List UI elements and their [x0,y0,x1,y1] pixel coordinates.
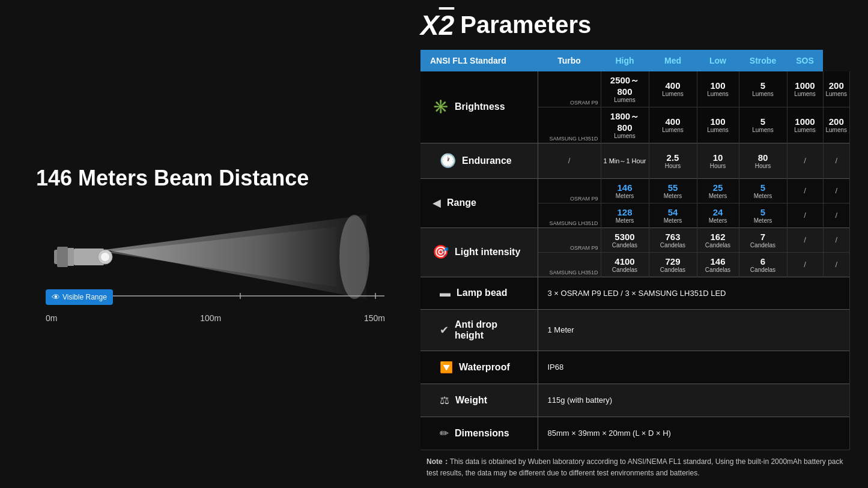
waterproof-row: 🔽 Waterproof IP68 [420,351,850,384]
svg-point-8 [339,215,369,299]
endurance-icon: 🕐 [440,153,456,169]
anti-drop-label: Anti drop height [455,319,518,341]
brightness-sub2-high: 400 Lumens [649,107,697,143]
intensity-icon-cell: 🎯 Light intensity [420,227,538,277]
range-sub1-strobe: / [787,178,823,203]
range-sub1-model: OSRAM P9 [538,178,601,203]
endurance-row: 🕐 Endurance / 1 Min～1 Hour 2.5 Hours 10 … [420,143,850,178]
range-sub2-sos: / [823,203,850,227]
brightness-sub1-sos: 200 Lumens [823,71,850,107]
dimensions-icon-cell: ✏ Dimensions [420,417,538,450]
brightness-sub2-sos: 200 Lumens [823,107,850,143]
product-x2-label: X2 [420,9,454,41]
brightness-sub1-model: OSRAM P9 [538,71,601,107]
brightness-sub2-turbo: 1800～800 Lumens [601,107,649,143]
range-label: Range [447,197,476,208]
endurance-strobe: / [787,143,823,178]
ruler-mark-0: 0m [46,313,57,323]
range-icon-cell: ◀ Range [420,178,538,227]
lamp-bead-icon-cell: ▬ Lamp bead [420,277,538,309]
beam-visual: 👁 Visible Range [36,209,384,305]
lamp-bead-icon: ▬ [440,287,451,300]
svg-rect-1 [57,247,68,267]
intensity-icon: 🎯 [432,244,449,260]
col-high: High [601,50,649,71]
brightness-row-1: ✳️ Brightness OSRAM P9 2500～800 Lumens 4… [420,71,850,107]
col-turbo: Turbo [538,50,601,71]
range-sub1-sos: / [823,178,850,203]
endurance-sos: / [823,143,850,178]
endurance-low: 10 Hours [697,143,739,178]
brightness-sub1-med: 100 Lumens [697,71,739,107]
left-panel: 146 Meters Beam Distance [0,0,408,488]
beam-distance-title: 146 Meters Beam Distance [36,165,309,191]
anti-drop-value: 1 Meter [538,309,850,351]
range-icon: ◀ [432,196,441,209]
table-header-row: ANSI FL1 Standard Turbo High Med Low Str… [420,50,850,71]
intensity-sub1-low: 7 Candelas [739,227,787,252]
intensity-sub2-med: 146 Candelas [697,252,739,277]
brightness-sub2-low: 5 Lumens [739,107,787,143]
intensity-sub2-turbo: 4100 Candelas [601,252,649,277]
range-sub2-med: 24 Meters [697,203,739,227]
range-sub1-med: 25 Meters [697,178,739,203]
eye-icon: 👁 [52,292,60,302]
ruler-labels: 0m 100m 150m [46,313,385,323]
endurance-empty: / [538,143,601,178]
brightness-icon-cell: ✳️ Brightness [420,71,538,143]
intensity-sub1-turbo: 5300 Candelas [601,227,649,252]
intensity-label: Light intensity [455,247,520,258]
intensity-sub2-strobe: / [787,252,823,277]
waterproof-icon: 🔽 [440,361,453,374]
waterproof-label: Waterproof [459,362,510,373]
col-standard: ANSI FL1 Standard [420,50,538,71]
brightness-sub1-turbo: 2500～800 Lumens [601,71,649,107]
range-sub2-high: 54 Meters [649,203,697,227]
anti-drop-icon-cell: ✔ Anti drop height [420,309,538,351]
range-sub2-low: 5 Meters [739,203,787,227]
dimensions-row: ✏ Dimensions 85mm × 39mm × 20mm (L × D ×… [420,417,850,450]
anti-drop-row: ✔ Anti drop height 1 Meter [420,309,850,351]
endurance-label: Endurance [462,155,512,166]
dimensions-value: 85mm × 39mm × 20mm (L × D × H) [538,417,850,450]
intensity-sub2-high: 729 Candelas [649,252,697,277]
endurance-med: 2.5 Hours [649,143,697,178]
endurance-icon-cell: 🕐 Endurance [420,143,538,178]
visible-range-label: Visible Range [62,293,107,301]
dimensions-label: Dimensions [455,428,509,439]
ruler-mark-100: 100m [200,313,221,323]
col-low: Low [697,50,739,71]
product-params-label: Parameters [460,11,591,38]
ruler-mark-150: 150m [364,313,385,323]
visible-range-button[interactable]: 👁 Visible Range [46,289,113,305]
brightness-sub2-model: SAMSUNG LH351D [538,107,601,143]
brightness-sub2-med: 100 Lumens [697,107,739,143]
note-bold: Note： [426,457,450,466]
weight-icon-cell: ⚖ Weight [420,384,538,417]
intensity-sub2-low: 6 Candelas [739,252,787,277]
range-sub1-low: 5 Meters [739,178,787,203]
intensity-sub1-model: OSRAM P9 [538,227,601,252]
brightness-sub1-high: 400 Lumens [649,71,697,107]
lamp-bead-label: Lamp bead [457,288,507,298]
col-strobe: Strobe [739,50,787,71]
brightness-icon: ✳️ [432,99,449,115]
product-title: X2 Parameters [420,9,850,41]
note-content: This data is obtained by Wuben laborator… [426,457,843,477]
anti-drop-icon: ✔ [440,324,449,337]
brightness-label: Brightness [455,101,505,112]
dimensions-icon: ✏ [440,427,449,440]
intensity-sub2-model: SAMSUNG LH351D [538,252,601,277]
range-sub2-strobe: / [787,203,823,227]
range-row-1: ◀ Range OSRAM P9 146 Meters 55 Meters 25… [420,178,850,203]
waterproof-icon-cell: 🔽 Waterproof [420,351,538,384]
lamp-bead-value: 3 × OSRAM P9 LED / 3 × SAMSUNG LH351D LE… [538,277,850,309]
weight-row: ⚖ Weight 115g (with battery) [420,384,850,417]
intensity-sub1-strobe: / [787,227,823,252]
svg-rect-2 [68,248,74,266]
waterproof-value: IP68 [538,351,850,384]
col-sos: SOS [787,50,823,71]
svg-point-5 [101,253,109,261]
right-panel: X2 Parameters ANSI FL1 Standard Turbo Hi… [408,0,868,488]
range-sub2-turbo: 128 Meters [601,203,649,227]
